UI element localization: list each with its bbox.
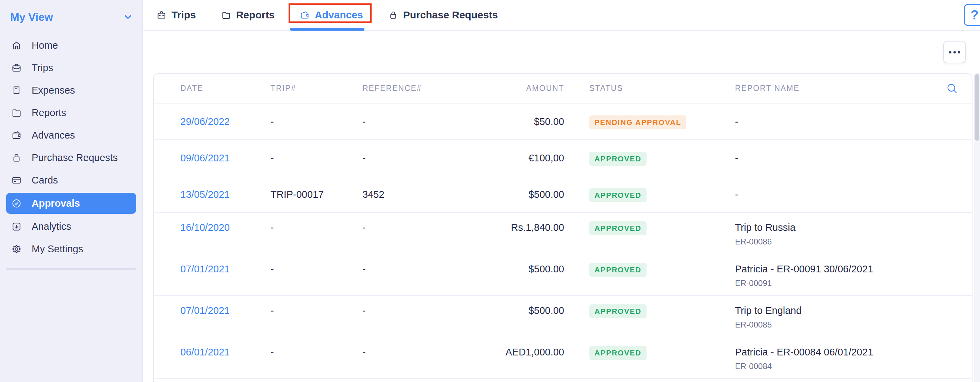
amount-cell: €100,00 bbox=[446, 151, 564, 164]
report-name: Trip to Russia bbox=[735, 221, 964, 234]
tab-label: Purchase Requests bbox=[403, 9, 498, 21]
sidebar-item-home[interactable]: Home bbox=[0, 34, 142, 57]
report-name: - bbox=[735, 151, 964, 164]
reference-cell: - bbox=[363, 151, 446, 164]
sidebar-item-reports[interactable]: Reports bbox=[0, 102, 142, 124]
sidebar-item-label: Home bbox=[32, 40, 58, 51]
amount-cell: $50.00 bbox=[446, 115, 564, 128]
report-number: ER-00091 bbox=[735, 279, 964, 288]
reference-cell: - bbox=[363, 304, 446, 317]
table-body: 29/06/2022 - - $50.00 PENDING APPROVAL -… bbox=[154, 103, 972, 379]
scrollbar-thumb[interactable] bbox=[975, 74, 979, 141]
report-name: Trip to England bbox=[735, 304, 964, 317]
amount-cell: $500.00 bbox=[446, 263, 564, 275]
table-row[interactable]: 29/06/2022 - - $50.00 PENDING APPROVAL - bbox=[154, 103, 972, 140]
table-row[interactable]: 09/06/2021 - - €100,00 APPROVED - bbox=[154, 140, 972, 177]
trip-number-cell: - bbox=[270, 115, 363, 128]
sidebar-divider bbox=[6, 268, 136, 270]
reference-cell: 3452 bbox=[363, 188, 446, 201]
card-icon bbox=[11, 175, 22, 186]
sidebar-item-analytics[interactable]: Analytics bbox=[0, 215, 142, 238]
tab-label: Advances bbox=[315, 9, 363, 21]
view-switcher-label: My View bbox=[10, 11, 53, 24]
column-header-date[interactable]: DATE bbox=[180, 84, 270, 93]
date-link[interactable]: 07/01/2021 bbox=[180, 305, 230, 316]
report-cell: Trip to England ER-00085 bbox=[735, 304, 964, 329]
column-header-status[interactable]: STATUS bbox=[564, 84, 735, 93]
sidebar-item-advances[interactable]: Advances bbox=[0, 124, 142, 146]
table-row[interactable]: 13/05/2021 TRIP-00017 3452 $500.00 APPRO… bbox=[154, 177, 972, 213]
active-tab-underline bbox=[290, 28, 364, 31]
tab-label: Reports bbox=[236, 9, 275, 21]
folder-icon bbox=[11, 108, 22, 118]
table-row[interactable]: 07/01/2021 - - $500.00 APPROVED Trip to … bbox=[154, 296, 972, 337]
sidebar-item-cards[interactable]: Cards bbox=[0, 169, 142, 191]
sidebar-item-my-settings[interactable]: My Settings bbox=[0, 238, 142, 260]
report-cell: Patricia - ER-00084 06/01/2021 ER-00084 bbox=[735, 345, 964, 371]
table-row[interactable]: 07/01/2021 - - $500.00 APPROVED Patricia… bbox=[154, 254, 972, 296]
trip-number-cell: - bbox=[270, 304, 363, 317]
briefcase-icon bbox=[11, 63, 22, 73]
ellipsis-icon bbox=[958, 51, 960, 53]
date-link[interactable]: 16/10/2020 bbox=[180, 222, 230, 233]
report-number: ER-00084 bbox=[735, 361, 964, 371]
amount-cell: $500.00 bbox=[446, 188, 564, 201]
amount-cell: Rs.1,840.00 bbox=[446, 221, 564, 234]
report-cell: - bbox=[735, 115, 964, 128]
date-link[interactable]: 29/06/2022 bbox=[180, 116, 230, 127]
tab-advances[interactable]: Advances bbox=[300, 0, 363, 30]
check-icon bbox=[11, 198, 22, 209]
date-link[interactable]: 13/05/2021 bbox=[180, 189, 230, 200]
table-row[interactable]: 06/01/2021 - - AED1,000.00 APPROVED Patr… bbox=[154, 337, 972, 379]
table-row[interactable]: 16/10/2020 - - Rs.1,840.00 APPROVED Trip… bbox=[154, 213, 972, 254]
sidebar: My View Home Trips Expenses Reports Adva… bbox=[0, 0, 143, 382]
trip-number-cell: - bbox=[270, 221, 363, 234]
sidebar-item-expenses[interactable]: Expenses bbox=[0, 79, 142, 102]
gear-icon bbox=[11, 244, 22, 254]
sidebar-item-trips[interactable]: Trips bbox=[0, 57, 142, 79]
sidebar-item-label: Analytics bbox=[32, 221, 71, 232]
column-header-trip[interactable]: TRIP# bbox=[270, 84, 363, 93]
sidebar-item-purchase-requests[interactable]: Purchase Requests bbox=[0, 146, 142, 169]
reference-cell: - bbox=[363, 345, 446, 358]
report-cell: - bbox=[735, 188, 964, 201]
column-header-amount[interactable]: AMOUNT bbox=[446, 84, 564, 93]
scrollbar-track[interactable] bbox=[974, 73, 980, 382]
ellipsis-icon bbox=[949, 51, 951, 53]
view-switcher[interactable]: My View bbox=[0, 0, 142, 34]
status-badge: APPROVED bbox=[589, 221, 646, 235]
trip-number-cell: TRIP-00017 bbox=[270, 188, 363, 201]
report-name: Patricia - ER-00091 30/06/2021 bbox=[735, 263, 964, 275]
date-link[interactable]: 06/01/2021 bbox=[180, 347, 230, 358]
search-icon[interactable] bbox=[946, 83, 958, 95]
sidebar-item-label: Purchase Requests bbox=[32, 152, 118, 164]
reference-cell: - bbox=[363, 115, 446, 128]
more-options-button[interactable] bbox=[943, 41, 966, 63]
amount-cell: AED1,000.00 bbox=[446, 345, 564, 358]
sidebar-item-approvals[interactable]: Approvals bbox=[6, 193, 136, 214]
date-link[interactable]: 07/01/2021 bbox=[180, 264, 230, 274]
report-name: - bbox=[735, 188, 964, 201]
ellipsis-icon bbox=[953, 51, 956, 53]
tab-purchase-requests[interactable]: Purchase Requests bbox=[388, 0, 498, 30]
sidebar-item-label: Trips bbox=[32, 62, 53, 73]
date-link[interactable]: 09/06/2021 bbox=[180, 153, 230, 164]
amount-cell: $500.00 bbox=[446, 304, 564, 317]
sidebar-item-label: My Settings bbox=[32, 244, 83, 255]
tab-reports[interactable]: Reports bbox=[221, 0, 275, 30]
sidebar-item-label: Advances bbox=[32, 130, 75, 141]
topbar: Trips Reports Advances Purchase Requests… bbox=[143, 0, 980, 31]
lock-icon bbox=[388, 10, 398, 20]
report-cell: Patricia - ER-00091 30/06/2021 ER-00091 bbox=[735, 263, 964, 288]
sidebar-item-label: Cards bbox=[32, 175, 58, 186]
status-badge: PENDING APPROVAL bbox=[589, 115, 686, 129]
status-badge: APPROVED bbox=[589, 188, 646, 202]
report-cell: - bbox=[735, 151, 964, 164]
trip-number-cell: - bbox=[270, 151, 363, 164]
advances-table: DATE TRIP# REFERENCE# AMOUNT STATUS REPO… bbox=[153, 73, 972, 382]
column-header-report-name[interactable]: REPORT NAME bbox=[735, 84, 964, 93]
tab-trips[interactable]: Trips bbox=[156, 0, 196, 30]
sidebar-nav: Home Trips Expenses Reports Advances Pur… bbox=[0, 34, 142, 260]
help-button[interactable]: ? bbox=[964, 4, 980, 26]
column-header-reference[interactable]: REFERENCE# bbox=[363, 84, 446, 93]
